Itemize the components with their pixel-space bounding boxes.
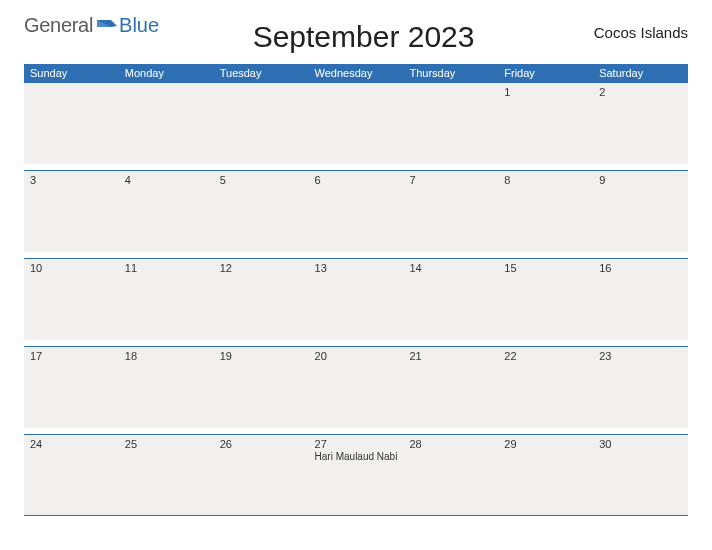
day-number: 27 — [315, 438, 398, 450]
weekday-wednesday: Wednesday — [309, 64, 404, 82]
day-number: 3 — [30, 174, 113, 186]
day-cell: 26 — [214, 435, 309, 516]
day-number: 9 — [599, 174, 682, 186]
day-cell: 25 — [119, 435, 214, 516]
week-row: 17 18 19 20 21 22 23 — [24, 346, 688, 428]
week-row: 10 11 12 13 14 15 16 — [24, 258, 688, 340]
day-cell: 11 — [119, 259, 214, 340]
day-cell: 21 — [403, 347, 498, 428]
day-number: 20 — [315, 350, 398, 362]
day-cell: 8 — [498, 171, 593, 252]
day-cell: 6 — [309, 171, 404, 252]
day-number: 29 — [504, 438, 587, 450]
week-row: 3 4 5 6 7 8 9 — [24, 170, 688, 252]
day-number: 30 — [599, 438, 682, 450]
day-cell: 1 — [498, 83, 593, 164]
page-title: September 2023 — [159, 20, 568, 54]
day-number: 18 — [125, 350, 208, 362]
day-cell: 18 — [119, 347, 214, 428]
day-number: 13 — [315, 262, 398, 274]
day-number: 15 — [504, 262, 587, 274]
weekday-sunday: Sunday — [24, 64, 119, 82]
day-cell — [24, 83, 119, 164]
logo-general-text: General — [24, 14, 93, 37]
day-number: 11 — [125, 262, 208, 274]
day-cell: 9 — [593, 171, 688, 252]
logo: General Blue — [24, 14, 159, 37]
day-number: 12 — [220, 262, 303, 274]
holiday-label: Hari Maulaud Nabi — [315, 451, 398, 462]
weekday-monday: Monday — [119, 64, 214, 82]
week-row: 24 25 26 27 Hari Maulaud Nabi 28 29 30 — [24, 434, 688, 516]
day-number: 10 — [30, 262, 113, 274]
day-number: 8 — [504, 174, 587, 186]
calendar: Sunday Monday Tuesday Wednesday Thursday… — [24, 64, 688, 516]
day-cell: 3 — [24, 171, 119, 252]
day-cell: 22 — [498, 347, 593, 428]
weekday-tuesday: Tuesday — [214, 64, 309, 82]
weekday-friday: Friday — [498, 64, 593, 82]
day-cell: 7 — [403, 171, 498, 252]
day-number: 5 — [220, 174, 303, 186]
day-number: 25 — [125, 438, 208, 450]
day-cell: 28 — [403, 435, 498, 516]
logo-flag-icon — [97, 18, 117, 34]
header: General Blue September 2023 Cocos Island… — [24, 14, 688, 54]
day-cell: 20 — [309, 347, 404, 428]
region-label: Cocos Islands — [568, 24, 688, 41]
day-cell: 19 — [214, 347, 309, 428]
day-number: 26 — [220, 438, 303, 450]
day-cell: 13 — [309, 259, 404, 340]
day-number: 22 — [504, 350, 587, 362]
day-number: 14 — [409, 262, 492, 274]
day-cell: 23 — [593, 347, 688, 428]
day-cell: 24 — [24, 435, 119, 516]
day-cell: 16 — [593, 259, 688, 340]
day-number: 4 — [125, 174, 208, 186]
day-cell — [214, 83, 309, 164]
day-number: 21 — [409, 350, 492, 362]
day-cell — [403, 83, 498, 164]
day-cell: 4 — [119, 171, 214, 252]
day-cell: 2 — [593, 83, 688, 164]
day-cell: 27 Hari Maulaud Nabi — [309, 435, 404, 516]
day-cell: 14 — [403, 259, 498, 340]
day-cell: 30 — [593, 435, 688, 516]
day-number: 19 — [220, 350, 303, 362]
day-number: 6 — [315, 174, 398, 186]
day-number: 17 — [30, 350, 113, 362]
day-cell: 10 — [24, 259, 119, 340]
weekday-saturday: Saturday — [593, 64, 688, 82]
day-number: 24 — [30, 438, 113, 450]
day-number: 1 — [504, 86, 587, 98]
day-number: 7 — [409, 174, 492, 186]
day-cell — [119, 83, 214, 164]
day-number: 23 — [599, 350, 682, 362]
day-number: 28 — [409, 438, 492, 450]
week-row: 1 2 — [24, 82, 688, 164]
day-cell: 5 — [214, 171, 309, 252]
day-cell — [309, 83, 404, 164]
day-cell: 15 — [498, 259, 593, 340]
weekday-thursday: Thursday — [403, 64, 498, 82]
logo-blue-text: Blue — [119, 14, 159, 37]
day-number: 2 — [599, 86, 682, 98]
day-number: 16 — [599, 262, 682, 274]
day-cell: 12 — [214, 259, 309, 340]
day-cell: 17 — [24, 347, 119, 428]
weekday-header: Sunday Monday Tuesday Wednesday Thursday… — [24, 64, 688, 82]
day-cell: 29 — [498, 435, 593, 516]
